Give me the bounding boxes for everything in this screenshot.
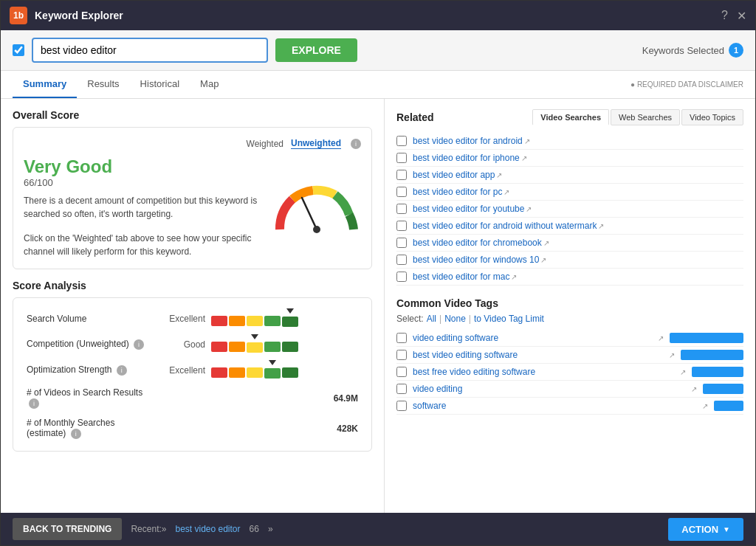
tag-bar-4: [714, 401, 743, 411]
related-item-checkbox-0[interactable]: [396, 136, 407, 146]
monthly-info-icon[interactable]: i: [71, 429, 81, 439]
optimization-label: Optimization Strength i: [24, 357, 157, 383]
external-icon: ↗: [540, 256, 546, 264]
related-item-checkbox-7[interactable]: [396, 255, 407, 265]
related-item-checkbox-3[interactable]: [396, 187, 407, 197]
external-icon: ↗: [504, 188, 509, 196]
tags-select-none[interactable]: None: [444, 314, 466, 324]
tag-bar-0: [670, 333, 743, 343]
bottom-bar: BACK TO TRENDING Recent:» best video edi…: [1, 513, 755, 545]
back-to-trending-button[interactable]: BACK TO TRENDING: [13, 518, 122, 540]
related-item-checkbox-2[interactable]: [396, 170, 407, 180]
list-item: best video editor for windows 10 ↗: [396, 252, 743, 269]
tab-historical[interactable]: Historical: [130, 71, 190, 98]
list-item: software ↗: [396, 398, 743, 415]
score-gauge: [272, 182, 361, 233]
external-icon: ↗: [511, 273, 517, 281]
right-panel: Related Video Searches Web Searches Vide…: [385, 99, 755, 513]
title-bar-actions: ? ✕: [721, 9, 746, 23]
search-volume-rating: Excellent: [157, 305, 208, 331]
related-item-link-7[interactable]: best video editor for windows 10: [413, 255, 539, 265]
related-item-checkbox-1[interactable]: [396, 153, 407, 163]
list-item: best video editor app ↗: [396, 167, 743, 184]
external-icon: ↗: [521, 154, 527, 162]
score-analysis-title: Score Analysis: [13, 280, 372, 291]
tags-select-all[interactable]: All: [427, 314, 436, 324]
explore-button[interactable]: EXPLORE: [275, 38, 357, 62]
action-button[interactable]: ACTION ▼: [668, 518, 743, 541]
tags-select-limit[interactable]: to Video Tag Limit: [474, 314, 544, 324]
related-item-link-1[interactable]: best video editor for iphone: [413, 153, 520, 163]
videos-label: # of Videos in Search Results i: [24, 383, 157, 413]
tags-section: Common Video Tags Select: All | None | t…: [396, 297, 743, 415]
related-item-link-5[interactable]: best video editor for android without wa…: [413, 221, 597, 231]
videos-info-icon[interactable]: i: [29, 398, 39, 409]
svg-line-0: [302, 198, 317, 229]
external-icon: ↗: [680, 368, 686, 376]
external-icon: ↗: [524, 137, 530, 145]
help-button[interactable]: ?: [721, 9, 728, 23]
related-item-link-6[interactable]: best video editor for chromebook: [413, 238, 542, 248]
related-tab-web-searches[interactable]: Web Searches: [611, 109, 680, 125]
monthly-stat: 428K: [208, 413, 361, 443]
related-header: Related Video Searches Web Searches Vide…: [396, 109, 743, 125]
related-item-link-0[interactable]: best video editor for android: [413, 136, 523, 146]
tag-link-2[interactable]: best free video editing software: [413, 367, 678, 377]
list-item: best video editing software ↗: [396, 347, 743, 364]
external-icon: ↗: [658, 334, 664, 342]
list-item: best free video editing software ↗: [396, 364, 743, 381]
close-button[interactable]: ✕: [737, 9, 746, 23]
tag-checkbox-1[interactable]: [396, 350, 407, 360]
tag-link-3[interactable]: video editing: [413, 384, 690, 394]
score-toggle: Weighted Unweighted i: [247, 138, 361, 149]
tags-sep-1: |: [439, 314, 441, 324]
score-info-icon[interactable]: i: [351, 139, 361, 149]
tab-map[interactable]: Map: [190, 71, 229, 98]
related-item-checkbox-4[interactable]: [396, 204, 407, 214]
gauge-svg: [272, 182, 361, 233]
tag-checkbox-0[interactable]: [396, 333, 407, 343]
tag-link-1[interactable]: best video editing software: [413, 350, 667, 360]
table-row: # of Videos in Search Results i 64.9M: [24, 383, 361, 413]
competition-info-icon[interactable]: i: [134, 339, 144, 350]
tag-checkbox-4[interactable]: [396, 401, 407, 411]
related-item-link-4[interactable]: best video editor for youtube: [413, 204, 524, 214]
list-item: best video editor for chromebook ↗: [396, 235, 743, 252]
external-icon: ↗: [669, 351, 675, 359]
related-item-checkbox-8[interactable]: [396, 272, 407, 282]
related-item-link-2[interactable]: best video editor app: [413, 170, 495, 180]
tabs-row: Summary Results Historical Map ● REQUIRE…: [1, 71, 755, 99]
tab-results[interactable]: Results: [77, 71, 129, 98]
tag-checkbox-2[interactable]: [396, 367, 407, 377]
table-row: Search Volume Excellent: [24, 305, 361, 331]
search-input[interactable]: [32, 38, 268, 63]
action-btn-label: ACTION: [681, 524, 718, 535]
optimization-info-icon[interactable]: i: [117, 365, 127, 376]
related-item-link-3[interactable]: best video editor for pc: [413, 187, 502, 197]
tag-link-4[interactable]: software: [413, 401, 701, 411]
recent-keyword[interactable]: best video editor: [175, 524, 240, 534]
main-window: 1b Keyword Explorer ? ✕ EXPLORE Keywords…: [0, 0, 756, 546]
list-item: video editing ↗: [396, 381, 743, 398]
table-row: Competition (Unweighted) i Good: [24, 331, 361, 357]
related-item-checkbox-5[interactable]: [396, 221, 407, 231]
related-tab-video-topics[interactable]: Video Topics: [681, 109, 743, 125]
competition-rating: Good: [157, 331, 208, 357]
list-item: best video editor for pc ↗: [396, 184, 743, 201]
weighted-link[interactable]: Weighted: [247, 139, 284, 149]
list-item: video editing software ↗: [396, 330, 743, 347]
related-item-link-8[interactable]: best video editor for mac: [413, 272, 509, 282]
search-checkbox[interactable]: [13, 44, 24, 56]
tag-checkbox-3[interactable]: [396, 384, 407, 394]
title-bar: 1b Keyword Explorer ? ✕: [1, 1, 755, 30]
score-label: Very Good: [24, 156, 258, 177]
unweighted-link[interactable]: Unweighted: [291, 138, 341, 149]
analysis-box: Search Volume Excellent: [13, 297, 372, 452]
tag-link-0[interactable]: video editing software: [413, 333, 656, 343]
related-item-checkbox-6[interactable]: [396, 238, 407, 248]
related-tabs: Video Searches Web Searches Video Topics: [532, 109, 743, 125]
keywords-selected-label: Keywords Selected: [642, 45, 724, 56]
related-tab-video-searches[interactable]: Video Searches: [532, 109, 609, 125]
score-header: Weighted Unweighted i: [24, 138, 361, 149]
tab-summary[interactable]: Summary: [13, 71, 77, 98]
